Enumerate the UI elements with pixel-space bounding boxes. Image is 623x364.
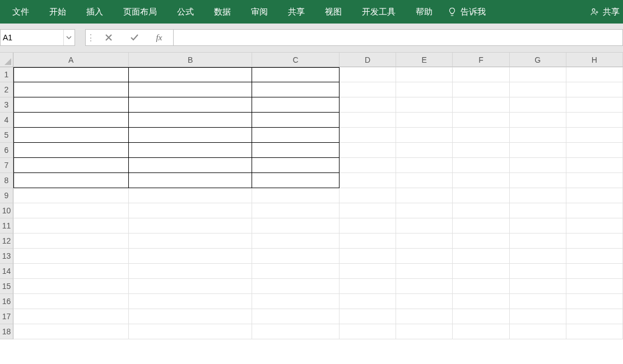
cell-E1[interactable]	[396, 67, 453, 82]
menu-help[interactable]: 帮助	[406, 0, 443, 24]
cell-B16[interactable]	[129, 294, 252, 309]
row-header[interactable]: 6	[0, 143, 13, 158]
cancel-entry-button[interactable]	[96, 30, 122, 45]
cell-E2[interactable]	[396, 82, 453, 97]
cell-H11[interactable]	[566, 218, 623, 234]
cell-H16[interactable]	[566, 294, 623, 309]
cell-A7[interactable]	[13, 158, 129, 173]
cell-E3[interactable]	[396, 97, 453, 113]
cell-C13[interactable]	[252, 249, 340, 264]
cell-H10[interactable]	[566, 203, 623, 218]
cell-B14[interactable]	[129, 264, 252, 279]
cell-H13[interactable]	[566, 249, 623, 264]
cell-D12[interactable]	[340, 234, 396, 249]
row-header[interactable]: 13	[0, 249, 13, 264]
cell-A8[interactable]	[13, 173, 129, 188]
cell-H2[interactable]	[566, 82, 623, 97]
row-header[interactable]: 8	[0, 173, 13, 188]
row-header[interactable]: 14	[0, 264, 13, 279]
cell-D15[interactable]	[340, 279, 396, 294]
cell-E14[interactable]	[396, 264, 453, 279]
cell-E15[interactable]	[396, 279, 453, 294]
cell-F14[interactable]	[453, 264, 509, 279]
column-header[interactable]: F	[453, 53, 509, 67]
column-header[interactable]: D	[340, 53, 396, 67]
cell-F16[interactable]	[453, 294, 509, 309]
cell-E12[interactable]	[396, 234, 453, 249]
row-header[interactable]: 9	[0, 188, 13, 203]
cell-H14[interactable]	[566, 264, 623, 279]
cell-G3[interactable]	[510, 97, 566, 113]
cell-B1[interactable]	[129, 67, 252, 82]
cell-C5[interactable]	[252, 128, 340, 143]
cell-B3[interactable]	[129, 97, 252, 113]
cell-B13[interactable]	[129, 249, 252, 264]
row-header[interactable]: 11	[0, 218, 13, 234]
cell-H4[interactable]	[566, 113, 623, 128]
cell-D4[interactable]	[340, 113, 396, 128]
menu-page-layout[interactable]: 页面布局	[113, 0, 167, 24]
row-header[interactable]: 16	[0, 294, 13, 309]
column-header[interactable]: G	[510, 53, 566, 67]
cell-B18[interactable]	[129, 324, 252, 339]
cell-H15[interactable]	[566, 279, 623, 294]
cell-A4[interactable]	[13, 113, 129, 128]
cell-E4[interactable]	[396, 113, 453, 128]
cell-A12[interactable]	[13, 234, 129, 249]
cell-C10[interactable]	[252, 203, 340, 218]
cell-G9[interactable]	[510, 188, 566, 203]
formula-bar-handle[interactable]: ⋮	[86, 32, 96, 43]
cell-F5[interactable]	[453, 128, 509, 143]
row-header[interactable]: 15	[0, 279, 13, 294]
column-header[interactable]: E	[396, 53, 453, 67]
column-header[interactable]: B	[129, 53, 252, 67]
cell-D11[interactable]	[340, 218, 396, 234]
cell-E8[interactable]	[396, 173, 453, 188]
confirm-entry-button[interactable]	[122, 30, 147, 45]
cell-C1[interactable]	[252, 67, 340, 82]
cell-B7[interactable]	[129, 158, 252, 173]
cell-H5[interactable]	[566, 128, 623, 143]
cell-E16[interactable]	[396, 294, 453, 309]
menu-file[interactable]: 文件	[2, 0, 39, 24]
cell-F1[interactable]	[453, 67, 509, 82]
row-header[interactable]: 2	[0, 82, 13, 97]
column-header[interactable]: H	[566, 53, 623, 67]
cell-E9[interactable]	[396, 188, 453, 203]
cell-C8[interactable]	[252, 173, 340, 188]
cell-B9[interactable]	[129, 188, 252, 203]
insert-function-button[interactable]: fx	[147, 30, 173, 45]
cell-E18[interactable]	[396, 324, 453, 339]
row-header[interactable]: 1	[0, 67, 13, 82]
cell-F15[interactable]	[453, 279, 509, 294]
cell-F6[interactable]	[453, 143, 509, 158]
name-box[interactable]	[0, 29, 75, 46]
menu-dev-tools[interactable]: 开发工具	[352, 0, 406, 24]
cell-D6[interactable]	[340, 143, 396, 158]
cell-B11[interactable]	[129, 218, 252, 234]
cell-H9[interactable]	[566, 188, 623, 203]
menu-review[interactable]: 审阅	[241, 0, 278, 24]
row-header[interactable]: 4	[0, 113, 13, 128]
menu-view[interactable]: 视图	[315, 0, 352, 24]
cell-A16[interactable]	[13, 294, 129, 309]
cell-D14[interactable]	[340, 264, 396, 279]
menu-insert[interactable]: 插入	[76, 0, 113, 24]
cell-C3[interactable]	[252, 97, 340, 113]
cell-H17[interactable]	[566, 309, 623, 324]
menu-formulas[interactable]: 公式	[167, 0, 204, 24]
cell-E13[interactable]	[396, 249, 453, 264]
cell-G14[interactable]	[510, 264, 566, 279]
cell-E10[interactable]	[396, 203, 453, 218]
cell-E17[interactable]	[396, 309, 453, 324]
cell-F4[interactable]	[453, 113, 509, 128]
tell-me-search[interactable]: 告诉我	[443, 7, 492, 17]
menu-data[interactable]: 数据	[204, 0, 241, 24]
menu-home[interactable]: 开始	[39, 0, 76, 24]
cell-B2[interactable]	[129, 82, 252, 97]
cell-C17[interactable]	[252, 309, 340, 324]
cell-C7[interactable]	[252, 158, 340, 173]
row-header[interactable]: 18	[0, 324, 13, 339]
cell-D18[interactable]	[340, 324, 396, 339]
cell-B5[interactable]	[129, 128, 252, 143]
